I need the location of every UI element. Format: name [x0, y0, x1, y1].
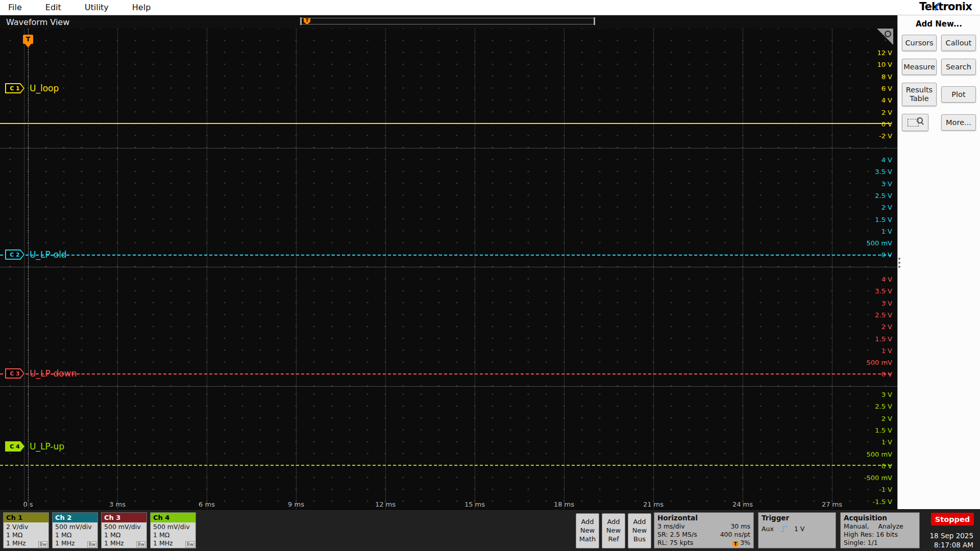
vertical-scale-label: 3 V — [881, 180, 892, 187]
horizontal-position-indicator[interactable]: T — [300, 18, 595, 24]
vertical-scale-label: 4 V — [881, 156, 892, 164]
ch4-scale: 500 mV/div — [153, 523, 193, 531]
waveform-plot[interactable]: C 1 U_loop 12 V10 V8 V6 V4 V2 V0 V-2 V C… — [0, 29, 897, 509]
measure-button[interactable]: Measure — [902, 59, 937, 75]
waveform-view-header: Waveform View T — [0, 15, 897, 29]
ch4-settings-badge[interactable]: Ch 4 500 mV/div 1 MΩ 1 MHz Bw — [150, 512, 196, 548]
run-stop-button[interactable]: Stopped — [931, 513, 974, 525]
ch1-bw-limit-icon: Bw — [38, 541, 47, 547]
vertical-scale-label: 500 mV — [866, 359, 892, 366]
trigger-position-marker-icon[interactable]: T — [304, 18, 310, 24]
add-new-title: Add New... — [898, 19, 980, 29]
ch1-badge-label: C 1 — [6, 84, 23, 92]
channel-slice-ch3: C 3 U_LP-down 4 V3.5 V3 V2.5 V2 V1.5 V1 … — [0, 267, 897, 387]
sample-resolution: 400 ns/pt — [720, 531, 750, 539]
trigger-badge[interactable]: Trigger Aux 1 V — [758, 512, 836, 548]
ch2-bw-limit-icon: Bw — [87, 541, 96, 547]
ch1-badge[interactable]: C 1 — [5, 83, 24, 93]
menu-bar: File Edit Utility Help Tektronix — [0, 0, 980, 15]
vertical-scale-label: 500 mV — [866, 450, 892, 458]
ch3-settings-header: Ch 3 — [102, 513, 146, 522]
menu-utility[interactable]: Utility — [73, 0, 120, 15]
add-new-panel: Add New... Cursors Callout Measure Searc… — [897, 15, 980, 509]
acquisition-badge[interactable]: Acquisition Manual, Analyze High Res: 16… — [840, 512, 920, 548]
acquisition-title: Acquisition — [844, 514, 916, 522]
acquisition-mode: Manual, — [844, 522, 869, 531]
horizontal-values: 3 ms/div 30 ms SR: 2.5 MS/s 400 ns/pt RL… — [657, 522, 750, 547]
channel-label-ch1[interactable]: C 1 U_loop — [5, 83, 59, 94]
vertical-scale-label: 1.5 V — [875, 215, 892, 223]
time-axis-label: 9 ms — [288, 500, 304, 508]
trigger-level: 1 V — [794, 525, 804, 533]
ch2-impedance: 1 MΩ — [55, 531, 95, 539]
vertical-scale-label: 2 V — [881, 204, 892, 211]
ch1-name: U_loop — [30, 83, 59, 93]
ch3-bw-limit-icon: Bw — [136, 541, 145, 547]
sample-rate: SR: 2.5 MS/s — [657, 531, 717, 539]
vertical-scale-label: 3.5 V — [875, 168, 892, 176]
ch2-settings-badge[interactable]: Ch 2 500 mV/div 1 MΩ 1 MHz Bw — [52, 512, 98, 548]
ch3-settings-badge[interactable]: Ch 3 500 mV/div 1 MΩ 1 MHz Bw — [101, 512, 147, 548]
ch2-badge-label: C 2 — [6, 251, 23, 259]
channel-label-ch3[interactable]: C 3 U_LP-down — [5, 368, 77, 379]
ch2-badge[interactable]: C 2 — [5, 249, 24, 260]
ch1-settings-header: Ch 1 — [4, 513, 48, 522]
zoom-magnifier-icon — [917, 117, 923, 123]
vertical-scale-label: -1 V — [879, 486, 892, 493]
datetime-display: 18 Sep 2025 8:17:08 AM — [929, 531, 973, 549]
horizontal-title: Horizontal — [657, 514, 750, 522]
menu-help[interactable]: Help — [120, 0, 162, 15]
ch4-badge[interactable]: C 4 — [5, 441, 24, 452]
ch4-badge-label: C 4 — [6, 442, 23, 450]
ch4-name: U_LP-up — [30, 441, 64, 452]
trigger-mini-flag-icon: T — [732, 541, 739, 547]
hpos-left-bracket-icon — [300, 17, 302, 25]
channel-badges: Ch 1 2 V/div 1 MΩ 1 MHz Bw Ch 2 500 mV/d… — [3, 512, 196, 548]
vertical-scale-label: 1.5 V — [875, 335, 892, 342]
horizontal-badge[interactable]: Horizontal 3 ms/div 30 ms SR: 2.5 MS/s 4… — [654, 512, 754, 548]
vertical-scale-label: 0 V — [881, 120, 892, 128]
time-axis-label: 21 ms — [643, 500, 664, 508]
vertical-scale-label: 4 V — [881, 96, 892, 104]
ch1-scale: 2 V/div — [6, 523, 46, 531]
add-new-ref-button[interactable]: Add New Ref — [602, 513, 625, 548]
ch3-badge[interactable]: C 3 — [5, 368, 24, 379]
channel-label-ch2[interactable]: C 2 U_LP-old — [5, 249, 67, 260]
time-axis-label: 27 ms — [822, 500, 842, 508]
plot-button[interactable]: Plot — [941, 86, 976, 103]
panel-resize-handle[interactable] — [898, 258, 900, 268]
zoom-mode-button[interactable] — [902, 114, 928, 131]
add-new-math-button[interactable]: Add New Math — [576, 513, 599, 548]
trigger-position: T3% — [720, 539, 750, 547]
time-axis-label: 15 ms — [464, 500, 485, 508]
ch3-impedance: 1 MΩ — [104, 531, 144, 539]
handle-dot — [898, 258, 900, 260]
date-text: 18 Sep 2025 — [929, 531, 973, 540]
ch2-settings-body: 500 mV/div 1 MΩ 1 MHz Bw — [53, 522, 97, 548]
vertical-scale-label: 500 mV — [866, 239, 892, 247]
trigger-position-value: 3% — [740, 539, 750, 546]
trigger-flag-icon[interactable]: T — [23, 35, 33, 44]
channel-slice-ch1: C 1 U_loop 12 V10 V8 V6 V4 V2 V0 V-2 V — [0, 29, 897, 148]
add-new-bus-button[interactable]: Add New Bus — [628, 513, 651, 548]
ch3-name: U_LP-down — [30, 368, 77, 379]
vertical-scale-label: 4 V — [881, 276, 892, 283]
more-button[interactable]: More... — [941, 114, 976, 131]
menu-edit[interactable]: Edit — [34, 0, 73, 15]
vertical-scale-label: 2.5 V — [875, 191, 892, 199]
acquisition-single: Single: 1/1 — [844, 539, 916, 547]
callout-button[interactable]: Callout — [941, 35, 976, 51]
results-table-button[interactable]: Results Table — [902, 83, 937, 106]
ch1-settings-badge[interactable]: Ch 1 2 V/div 1 MΩ 1 MHz Bw — [3, 512, 49, 548]
cursors-button[interactable]: Cursors — [902, 35, 937, 51]
vertical-scale-label: -500 mV — [864, 474, 892, 482]
tektronix-logo-text: Tektronix — [919, 1, 972, 13]
channel-label-ch4[interactable]: C 4 U_LP-up — [5, 441, 64, 452]
time-axis-label: 3 ms — [109, 500, 126, 508]
trigger-source: Aux — [762, 525, 774, 533]
menu-file[interactable]: File — [0, 0, 34, 15]
search-button[interactable]: Search — [941, 59, 976, 75]
time-axis-label: 24 ms — [732, 500, 753, 508]
vertical-scale-label: 6 V — [881, 84, 892, 92]
ch2-settings-header: Ch 2 — [53, 513, 97, 522]
